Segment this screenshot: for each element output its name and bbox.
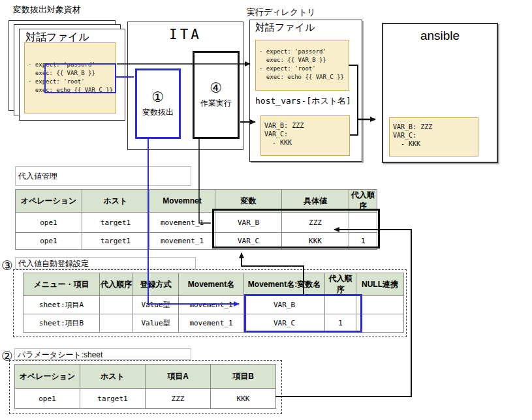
cell: ope1 — [16, 233, 82, 250]
cell: movement_1 — [179, 296, 244, 314]
ansible-title: ansible — [383, 29, 497, 43]
code-line: - expect: 'root' — [259, 65, 344, 73]
code-line: exec: echo {{ VAR_C }} — [259, 73, 344, 82]
code-line: exec: {{ VAR_B }} — [259, 56, 344, 65]
source-materials-label: 変数抜出対象資材 — [13, 4, 81, 16]
code-line: VAR_B: ZZZ — [393, 123, 432, 131]
hostvars-title: host_vars-[ホスト名] — [255, 95, 351, 107]
column-header-0: メニュー・項目 — [23, 273, 100, 296]
step1-variable-extract-box: ① 変数抜出 — [135, 68, 181, 139]
step1-label: 変数抜出 — [142, 107, 174, 118]
exec-directory-box: 対話ファイル - expect: 'passord' exec: {{ VAR_… — [249, 20, 362, 162]
exec-dialog-file-title: 対話ファイル — [255, 22, 315, 34]
column-header-0: オペレーション — [15, 365, 80, 389]
column-header-4: Movement名:変数名 — [244, 273, 325, 296]
column-header-6: NULL連携 — [356, 273, 404, 296]
step4-job-execute-box: ④ 作業実行 — [193, 51, 240, 139]
table-row: ope1target1ZZZKKK — [15, 389, 276, 409]
column-header-0: オペレーション — [16, 190, 82, 213]
cell: KKK — [211, 389, 276, 409]
cell: target1 — [80, 389, 146, 409]
cell: target1 — [82, 233, 149, 250]
code-line: VAR_C: — [264, 130, 304, 138]
exec-dialog-code: - expect: 'passord' exec: {{ VAR_B }}- e… — [259, 48, 344, 82]
cell: sheet:項目A — [23, 296, 100, 314]
step4-label: 作業実行 — [200, 98, 232, 109]
code-line: - KKK — [393, 140, 432, 148]
ita-title: ITA — [128, 27, 243, 42]
column-header-3: 項目B — [211, 365, 276, 389]
cell: target1 — [82, 213, 149, 233]
autoreg-table-label: 代入値自動登録設定 — [15, 257, 196, 269]
ansible-vars-code: VAR_B: ZZZVAR_C: - KKK — [393, 123, 432, 148]
cell: movement_1 — [149, 213, 215, 233]
code-line: VAR_C: — [393, 131, 432, 140]
cell: ope1 — [16, 213, 82, 233]
param-table: オペレーションホスト項目A項目Bope1target1ZZZKKK — [14, 364, 276, 409]
code-line: VAR_B: ZZZ — [264, 121, 304, 130]
step3-badge: ③ — [1, 259, 13, 272]
autoreg-values-highlight-rect — [244, 294, 362, 333]
extracted-variables-selection-rect — [44, 63, 116, 93]
column-header-1: ホスト — [82, 190, 149, 213]
column-header-2: 項目A — [146, 365, 211, 389]
assign-values-highlight-rect — [212, 209, 380, 248]
cell: ope1 — [15, 389, 80, 409]
cell: Value型 — [133, 296, 179, 314]
column-header-1: ホスト — [80, 365, 146, 389]
cell — [100, 296, 133, 314]
column-header-2: 登録方式 — [133, 273, 179, 296]
cell — [356, 296, 404, 314]
cell: Value型 — [133, 314, 179, 333]
cell — [356, 314, 404, 333]
exec-directory-label: 実行ディレクトリ — [247, 7, 316, 18]
step1-badge: ① — [152, 90, 164, 104]
cell: ZZZ — [146, 389, 211, 409]
column-header-3: Movement名 — [179, 273, 244, 296]
column-header-1: 代入順序 — [100, 273, 133, 296]
cell: movement_1 — [179, 314, 244, 333]
code-line: - expect: 'passord' — [259, 48, 344, 56]
code-line: - KKK — [264, 138, 304, 147]
exec-dialog-code-box: - expect: 'passord' exec: {{ VAR_B }}- e… — [255, 40, 349, 91]
diagram-canvas: 変数抜出対象資材 対話ファイル - expect: 'passord' exec… — [0, 0, 532, 420]
hostvars-box: VAR_B: ZZZVAR_C: - KKK — [260, 115, 350, 156]
ansible-vars-box: VAR_B: ZZZVAR_C: - KKK — [389, 117, 478, 157]
column-header-5: 代入順序 — [325, 273, 356, 296]
column-header-2: Movemnet — [149, 190, 215, 213]
cell: sheet:項目B — [23, 314, 100, 333]
ansible-box: ansible VAR_B: ZZZVAR_C: - KKK — [382, 23, 498, 163]
cell — [100, 314, 133, 333]
param-table-label: パラメータシート:sheet — [14, 348, 191, 360]
assign-table-label: 代入値管理 — [15, 166, 191, 186]
step4-badge: ④ — [210, 81, 223, 95]
hostvars-code: VAR_B: ZZZVAR_C: - KKK — [264, 121, 304, 147]
cell: movement_1 — [149, 233, 215, 250]
